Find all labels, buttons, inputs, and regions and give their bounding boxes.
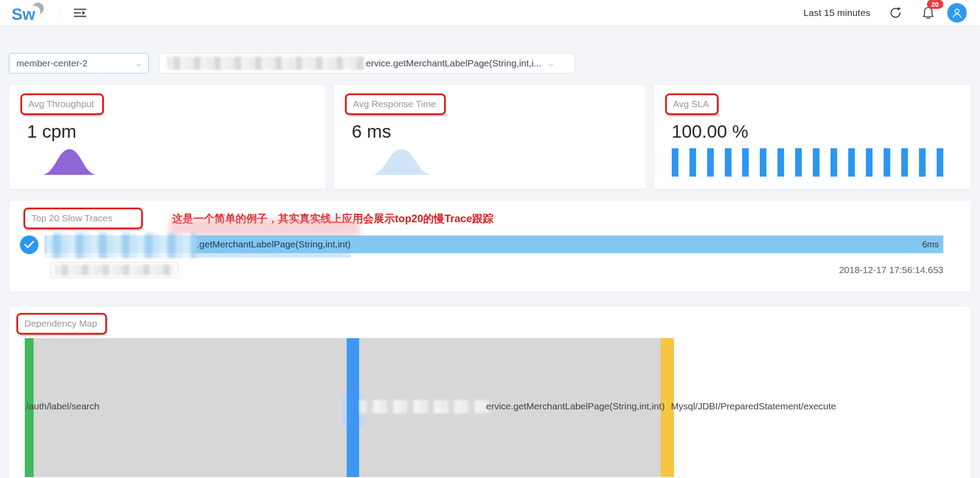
endpoint-select[interactable]: ervice.getMerchantLabelPage(String,int,i…	[159, 53, 575, 73]
user-avatar[interactable]	[947, 3, 967, 23]
annotation-box: Avg Response Time	[345, 93, 446, 115]
sla-bar	[901, 148, 908, 177]
notifications-button[interactable]: 20	[922, 6, 935, 20]
dep-node-handle	[342, 395, 346, 428]
dependency-map-card: Dependency Map /auth/label/search ervice…	[9, 306, 971, 478]
trace-selected-check[interactable]	[20, 235, 38, 254]
sla-bar	[813, 148, 819, 177]
trace-row[interactable]: .getMerchantLabelPage(String,int,int) 6m…	[20, 235, 960, 258]
avg-response-time-card: Avg Response Time 6 ms	[333, 84, 646, 189]
response-time-sparkline	[368, 147, 435, 176]
trace-duration-bar[interactable]: .getMerchantLabelPage(String,int,int) 6m…	[45, 235, 943, 253]
logo-text: Sw	[11, 5, 35, 23]
metric-value: 100.00 %	[672, 121, 971, 142]
throughput-sparkline	[40, 147, 99, 176]
sla-bar	[777, 148, 784, 177]
sla-bar	[742, 148, 749, 177]
skywalking-logo[interactable]: Sw	[10, 2, 52, 23]
sla-bar	[760, 148, 766, 177]
sla-bar	[707, 148, 714, 177]
sla-bar	[689, 148, 696, 177]
metric-title: Avg Response Time	[353, 99, 436, 109]
annotation-box: Avg Throughput	[20, 93, 104, 115]
annotation-box: Top 20 Slow Traces	[23, 208, 143, 229]
annotation-box: Dependency Map	[16, 313, 107, 335]
logo-graphic: Sw	[10, 2, 52, 23]
annotation-note: 这是一个简单的例子，其实真实线上应用会展示top20的慢Trace跟踪	[172, 212, 494, 226]
redacted-text	[360, 400, 489, 413]
person-icon	[951, 7, 963, 19]
redacted-text	[55, 265, 174, 275]
topbar-right: Last 15 minutes 20	[804, 3, 967, 23]
topbar: Sw Last 15 minutes 20	[0, 0, 980, 26]
sla-bar	[919, 148, 926, 177]
metric-title: Avg Throughput	[28, 99, 94, 109]
redacted-text	[167, 57, 365, 70]
dep-node-service-bar[interactable]	[347, 338, 359, 477]
sla-bar	[831, 148, 837, 177]
trace-id-box[interactable]	[51, 262, 178, 278]
sla-bar	[937, 148, 943, 177]
sla-bar	[795, 148, 802, 177]
chevron-down-icon: ⌄	[134, 59, 143, 67]
redacted-text	[45, 233, 197, 258]
metric-title: Avg SLA	[673, 99, 709, 109]
avg-sla-card: Avg SLA 100.00 %	[654, 84, 971, 189]
sla-bar	[672, 148, 678, 177]
divider	[59, 7, 60, 19]
slow-traces-title: Top 20 Slow Traces	[31, 213, 112, 223]
metrics-row: Avg Throughput 1 cpm Avg Response Time 6…	[9, 84, 971, 189]
trace-endpoint-label: .getMerchantLabelPage(String,int,int)	[197, 239, 351, 250]
service-select[interactable]: member-center-2 ⌄	[9, 53, 149, 73]
filter-bar: member-center-2 ⌄ ervice.getMerchantLabe…	[9, 53, 575, 73]
slow-traces-header: Top 20 Slow Traces 这是一个简单的例子，其实真实线上应用会展示…	[20, 208, 960, 229]
annotation-box: Avg SLA	[665, 93, 719, 115]
notification-count-badge: 20	[927, 0, 943, 9]
trace-bar-wrap: .getMerchantLabelPage(String,int,int) 6m…	[45, 235, 943, 258]
refresh-icon[interactable]	[889, 6, 902, 19]
skywalking-dashboard: { "topbar": { "logo_text": "Sw", "time_r…	[0, 0, 980, 478]
slow-traces-card: Top 20 Slow Traces 这是一个简单的例子，其实真实线上应用会展示…	[9, 200, 971, 292]
sla-bar	[866, 148, 873, 177]
dep-db-label: Mysql/JDBI/PreparedStatement/execute	[671, 401, 836, 412]
dep-service-label: ervice.getMerchantLabelPage(String,int,i…	[486, 401, 665, 412]
trace-meta-row: 2018-12-17 17:56:14.653	[51, 262, 943, 278]
sla-bars	[672, 148, 943, 177]
chevron-down-icon: ⌄	[546, 59, 555, 67]
trace-start-time: 2018-12-17 17:56:14.653	[839, 265, 943, 275]
menu-unfold-icon[interactable]	[73, 7, 88, 19]
endpoint-select-value: ervice.getMerchantLabelPage(String,int,i…	[366, 58, 541, 69]
trace-duration-label: 6ms	[922, 239, 939, 250]
dependency-graph: /auth/label/search ervice.getMerchantLab…	[9, 338, 971, 478]
sla-bar	[884, 148, 890, 177]
metric-value: 6 ms	[352, 121, 645, 142]
sla-bar	[848, 148, 855, 177]
metric-value: 1 cpm	[27, 121, 325, 142]
sla-bar	[725, 148, 731, 177]
dep-endpoint-label: /auth/label/search	[26, 401, 100, 412]
service-select-value: member-center-2	[16, 58, 88, 69]
time-range-selector[interactable]: Last 15 minutes	[804, 8, 870, 18]
dependency-map-title: Dependency Map	[24, 318, 97, 328]
check-icon	[24, 241, 34, 249]
avg-throughput-card: Avg Throughput 1 cpm	[9, 84, 326, 189]
